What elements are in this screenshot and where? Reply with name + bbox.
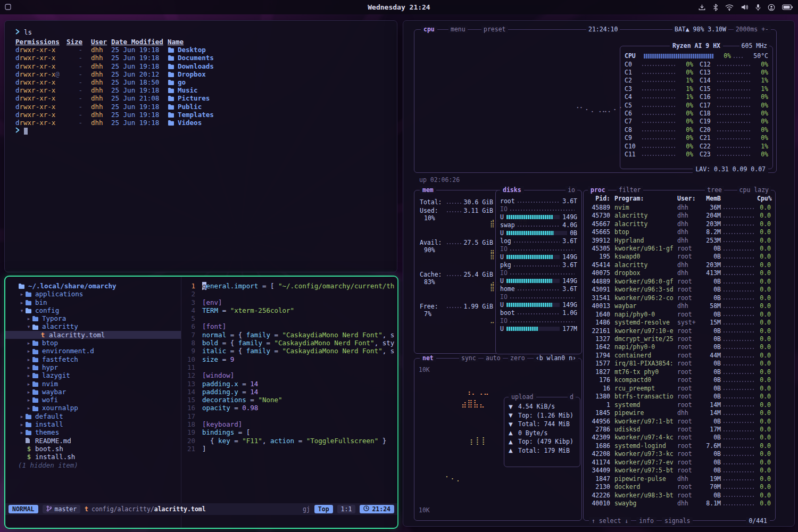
editor-line[interactable]: 6[font] — [181, 322, 397, 330]
process-row[interactable]: 16 rcu_preempt root 0B 0.0 — [588, 384, 771, 392]
process-row[interactable]: 44889 kworker/u96:0-gf root 0B 0.0 — [588, 277, 771, 285]
tree-item[interactable]: ▸▾ t $ environment.d — [5, 347, 181, 355]
editor-line[interactable]: 15decorations = "None" — [181, 396, 397, 404]
editor-line[interactable]: 4TERM = "xterm-256color" — [181, 306, 397, 314]
header-program[interactable]: Program: — [614, 195, 677, 202]
editor-line[interactable]: 3[env] — [181, 298, 397, 306]
process-row[interactable]: 1686 systemd-logind root 7.6M 0.0 — [588, 442, 771, 450]
process-row[interactable]: 45414 alacritty dhh 203M 0.0 — [588, 261, 771, 269]
tree-item[interactable]: ▸▾ t $ ~/.local/share/omarchy — [5, 282, 181, 290]
tree-item[interactable]: ▸▾ t $ nvim — [5, 380, 181, 388]
tree-item[interactable]: ▸▾ t $ (1 hidden item) — [5, 461, 181, 469]
menu-button[interactable]: menu — [448, 26, 468, 33]
process-row[interactable]: 195 kswapd0 root 0B 0.0 — [588, 253, 771, 261]
editor-line[interactable]: 18[keyboard] — [181, 420, 397, 428]
tree-item[interactable]: ▸▾ t $ Typora — [5, 314, 181, 322]
tree-item[interactable]: ▸▾ t $ README.md — [5, 437, 181, 445]
volume-icon[interactable] — [741, 4, 749, 11]
process-row[interactable]: 45730 alacritty dhh 204M 0.0 — [588, 211, 771, 219]
process-row[interactable]: 1577 irq/81-PIXA3854: root 0B 0.0 — [588, 360, 771, 368]
process-row[interactable]: 1327 dmcrypt_write/25 root 0B 0.0 — [588, 335, 771, 343]
cpu-box-title[interactable]: cpu — [421, 26, 437, 33]
tree-item[interactable]: ▸▾ t $ install — [5, 420, 181, 428]
terminal-window-btop[interactable]: cpu menu preset 21:24:10 BAT▲ 98% 3.10W … — [403, 20, 795, 527]
editor-line[interactable]: 21] — [181, 445, 397, 453]
tree-item[interactable]: ▸▾ t $ boot.sh — [5, 445, 181, 453]
editor-line[interactable]: 5 — [181, 314, 397, 322]
process-row[interactable]: 42226 kworker/u98:3-bt root 0B 0.0 — [588, 491, 771, 499]
system-menu-icon[interactable] — [5, 4, 11, 10]
proc-filter-button[interactable]: filter — [617, 186, 643, 194]
process-row[interactable]: 40010 swaybg dhh 8.1M 0.0 — [588, 499, 771, 507]
tree-item[interactable]: ▸▾ t $ hypr — [5, 363, 181, 371]
process-row[interactable]: 44956 kworker/u97:1-bt root 0B 0.0 — [588, 417, 771, 425]
net-zero-toggle[interactable]: zero — [508, 354, 527, 362]
update-interval[interactable]: 2000ms +- — [734, 26, 771, 33]
process-row[interactable]: 1845 pipewire dhh 14M 0.0 — [588, 409, 771, 417]
editor-line[interactable]: 19bindings = [ — [181, 428, 397, 436]
process-row[interactable]: 1642 napi/phy0-0 root 0B 0.0 — [588, 343, 771, 351]
tree-item[interactable]: ▸▾ t $ xournalpp — [5, 404, 181, 412]
tree-item[interactable]: ▸▾ t $ default — [5, 412, 181, 420]
select-hint[interactable]: ↑ select ↓ — [589, 517, 631, 525]
tray-download-icon[interactable] — [698, 4, 706, 11]
process-row[interactable]: 1847 pipewire-pulse dhh 19M 0.0 — [588, 475, 771, 483]
signals-hint[interactable]: signals — [662, 517, 693, 525]
editor-line[interactable]: 12[window] — [181, 371, 397, 379]
editor-line[interactable]: 8bold = { family = "CaskaydiaMono Nerd F… — [181, 339, 397, 347]
tree-item[interactable]: ▸▾ t $ lazygit — [5, 371, 181, 379]
net-auto-toggle[interactable]: auto — [484, 354, 503, 362]
net-interface[interactable]: ‹b wlan0 n› — [534, 354, 578, 362]
tree-item[interactable]: ▸▾ t $ wofi — [5, 396, 181, 404]
tree-item[interactable]: ▸▾ t $ waybar — [5, 388, 181, 396]
disks-title[interactable]: disks — [500, 186, 524, 194]
proc-tree-toggle[interactable]: tree — [705, 186, 724, 194]
tree-item[interactable]: ▸▾ t $ bin — [5, 298, 181, 306]
process-row[interactable]: 1827 mt76-tx phy0 root 0B 0.0 — [588, 368, 771, 376]
code-editor-panel[interactable]: 1general.import = [ "~/.config/omarchy/c… — [181, 277, 397, 528]
editor-line[interactable]: 16opacity = 0.98 — [181, 404, 397, 412]
process-row[interactable]: 42208 kworker/u97:3-kc root 0B 0.0 — [588, 450, 771, 458]
process-row[interactable]: 2130 dockerd root 70M 0.0 — [588, 483, 771, 491]
process-row[interactable]: 31541 kworker/u96:2-co root 0B 0.0 — [588, 294, 771, 302]
process-row[interactable]: 41174 kworker/u97:7-ev root 0B 0.0 — [588, 458, 771, 466]
tree-item[interactable]: ▸▾ t $ alacritty.toml — [5, 331, 181, 339]
terminal-window-ls[interactable]: ls Permissions Size User Date Modified N… — [4, 20, 397, 272]
proc-sort-mode[interactable]: cpu lazy — [737, 186, 771, 194]
process-row[interactable]: 45305 kworker/u96:1-gf root 0B 0.0 — [588, 244, 771, 252]
process-row[interactable]: 34409 kworker/u97:5-bt root 0B 0.0 — [588, 467, 771, 475]
info-hint[interactable]: info — [636, 517, 656, 525]
wifi-icon[interactable] — [725, 4, 734, 11]
tree-item[interactable]: ▸▾ t $ install.sh — [5, 453, 181, 461]
process-row[interactable]: 22161 kworker/u97:10-e root 0B 0.0 — [588, 327, 771, 335]
net-sync-toggle[interactable]: sync — [459, 354, 478, 362]
editor-line[interactable]: 7normal = { family = "CaskaydiaMono Nerd… — [181, 331, 397, 339]
editor-line[interactable]: 9italic = { family = "CaskaydiaMono Nerd… — [181, 347, 397, 355]
editor-line[interactable]: 13padding.x = 14 — [181, 380, 397, 388]
tree-item[interactable]: ▸▾ t $ fastfetch — [5, 355, 181, 363]
editor-line[interactable]: 17 — [181, 412, 397, 420]
editor-line[interactable]: 1general.import = [ "~/.config/omarchy/c… — [181, 282, 397, 290]
tree-item[interactable]: ▸▾ t $ themes — [5, 428, 181, 436]
process-row[interactable]: 1 systemd root 14M 0.0 — [588, 401, 771, 409]
process-row[interactable]: 45665 btop dhh 8.2M 0.0 — [588, 228, 771, 236]
header-pid[interactable]: Pid: — [588, 195, 610, 202]
header-mem[interactable]: MemB — [702, 195, 721, 202]
header-user[interactable]: User: — [677, 195, 702, 202]
mem-box-title[interactable]: mem — [420, 186, 436, 194]
editor-line[interactable]: 20 { key = "F11", action = "ToggleFullsc… — [181, 437, 397, 445]
header-cpu[interactable]: Cpu% — [757, 195, 771, 202]
editor-line[interactable]: 10size = 9 — [181, 355, 397, 363]
process-row[interactable]: 40075 dropbox dhh 413M 0.0 — [588, 269, 771, 277]
process-row[interactable]: 176 kcompactd0 root 0B 0.0 — [588, 376, 771, 384]
net-d-toggle[interactable]: d — [568, 393, 576, 401]
preset-button[interactable]: preset — [481, 26, 508, 33]
io-toggle[interactable]: io — [566, 186, 577, 194]
editor-line[interactable]: 14padding.y = 14 — [181, 388, 397, 396]
process-row[interactable]: 43091 kworker/u96:3-sd root 0B 0.0 — [588, 286, 771, 294]
process-row[interactable]: 45667 alacritty dhh 203M 0.0 — [588, 220, 771, 228]
tree-item[interactable]: ▸▾ t $ alacritty — [5, 322, 181, 330]
process-row[interactable]: 42309 kworker/u97:4-kc root 0B 0.0 — [588, 434, 771, 442]
battery-icon[interactable] — [782, 4, 793, 10]
user-icon[interactable] — [768, 4, 775, 11]
